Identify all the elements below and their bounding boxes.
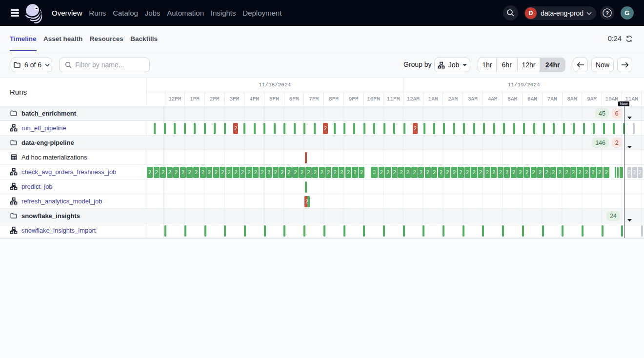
svg-text:?: ? xyxy=(605,10,609,16)
